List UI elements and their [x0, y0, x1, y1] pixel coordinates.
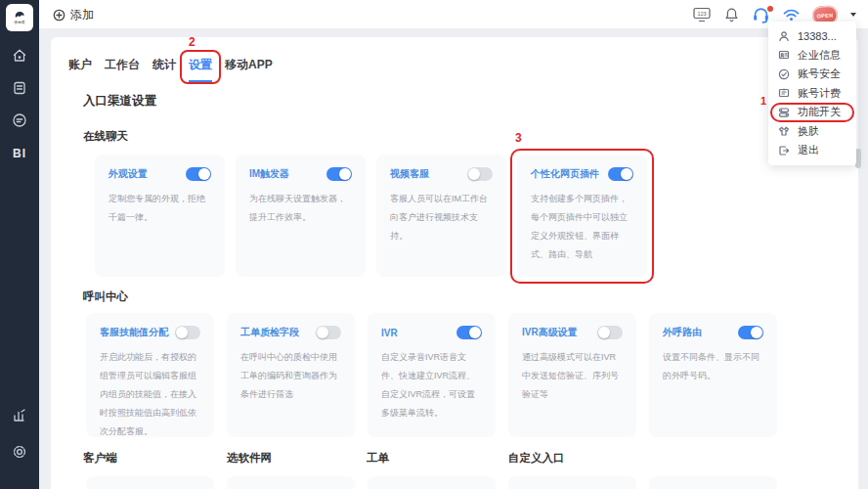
card-title: IVR高级设置 — [522, 326, 578, 339]
menu-item-企业信息[interactable]: 企业信息 — [768, 46, 856, 66]
nav-bi[interactable]: BI — [0, 147, 39, 160]
nav-statistics[interactable] — [0, 407, 39, 424]
menu-item-label: 账号计费 — [798, 86, 841, 101]
toggle-knob — [469, 327, 481, 338]
wifi-icon — [783, 9, 800, 22]
toggle-工单质检字段[interactable] — [316, 326, 341, 339]
toggle-knob — [176, 327, 188, 338]
tab-工作台[interactable]: 工作台 — [105, 53, 140, 82]
page-title: 入口渠道设置 — [83, 93, 156, 110]
card-description: 支持创建多个网页插件，每个网页插件中可以独立定义外观按钮、界面样式、路由、导航 — [531, 190, 633, 264]
tab-设置[interactable]: 设置2 — [189, 53, 212, 82]
toggle-客服技能值分配[interactable] — [175, 326, 200, 339]
feature-card-客服技能值分配: 客服技能值分配开启此功能后，有授权的组管理员可以编辑客服组内组员的技能值，在接入… — [86, 313, 214, 437]
menu-item-功能开关[interactable]: 功能开关1 — [768, 103, 856, 122]
card-description: 定制您专属的外观，拒绝千篇一律。 — [108, 190, 211, 227]
feature-card-视频客服: 视频客服客服人员可以在IM工作台向客户进行视频技术支持。 — [376, 155, 506, 277]
card-title: 个性化网页插件 — [531, 167, 599, 181]
nav-documents[interactable] — [0, 79, 39, 97]
card-title: 客服技能值分配 — [100, 326, 168, 339]
top-bar: 添加 123 — [39, 0, 868, 29]
toggle-IM触发器[interactable] — [326, 167, 352, 181]
menu-item-label: 账号安全 — [798, 67, 841, 81]
company-icon — [778, 49, 790, 61]
menu-item-13383...[interactable]: 13383... — [768, 26, 856, 46]
feature-card-IVR: IVR自定义录音IVR语音文件、快速建立IVR流程、自定义IVR流程，可设置多级… — [368, 313, 496, 437]
partial-card — [649, 476, 777, 489]
tab-统计[interactable]: 统计 — [152, 53, 176, 82]
section-title-call-center: 呼叫中心 — [83, 289, 128, 304]
nav-settings[interactable] — [0, 443, 39, 461]
partial-card — [368, 476, 496, 489]
caret-down-icon[interactable] — [850, 13, 856, 17]
tab-移动APP[interactable]: 移动APP — [225, 53, 273, 82]
card-description: 自定义录音IVR语音文件、快速建立IVR流程、自定义IVR流程，可设置多级菜单流… — [381, 348, 482, 422]
toggle-个性化网页插件[interactable] — [608, 167, 633, 181]
toggle-IVR高级设置[interactable] — [597, 326, 623, 339]
notifications-button[interactable] — [724, 7, 739, 22]
feature-switch-icon — [778, 107, 790, 118]
partial-card — [86, 476, 214, 489]
chat-icon — [11, 111, 28, 129]
bell-icon — [724, 7, 739, 22]
menu-item-换肤[interactable]: 换肤 — [768, 122, 856, 142]
support-button[interactable] — [752, 7, 770, 23]
card-title: 外呼路由 — [663, 326, 702, 339]
notification-dot — [767, 6, 773, 12]
account-badge-label: OPEN — [816, 11, 833, 18]
menu-item-label: 13383... — [798, 30, 837, 42]
card-description: 通过高级模式可以在IVR中发送短信验证、序列号验证等 — [522, 348, 623, 404]
add-button-label: 添加 — [70, 7, 94, 23]
user-icon — [778, 30, 790, 42]
card-description: 客服人员可以在IM工作台向客户进行视频技术支持。 — [390, 190, 493, 245]
dialpad-monitor-icon: 123 — [692, 7, 712, 22]
menu-item-label: 企业信息 — [798, 48, 841, 63]
network-button[interactable] — [783, 9, 800, 22]
add-button[interactable]: 添加 — [53, 0, 94, 29]
menu-item-label: 功能开关 — [798, 105, 841, 119]
card-title: 外观设置 — [108, 167, 148, 181]
security-icon — [778, 68, 790, 80]
toggle-knob — [751, 327, 762, 338]
section-title-online-chat: 在线聊天 — [83, 129, 128, 144]
nav-home[interactable] — [0, 47, 39, 65]
menu-item-退出[interactable]: 退出 — [768, 141, 856, 160]
toggle-外观设置[interactable] — [186, 167, 211, 181]
toggle-IVR[interactable] — [456, 326, 482, 339]
partial-card — [227, 476, 355, 489]
menu-item-账号安全[interactable]: 账号安全 — [768, 65, 856, 84]
menu-item-账号计费[interactable]: 账号计费 — [768, 84, 856, 104]
nav-chat[interactable] — [0, 111, 39, 129]
left-sidebar: 快商通 BI — [0, 0, 39, 489]
user-dropdown-menu: 13383...企业信息账号安全账号计费功能开关1换肤退出 — [768, 22, 856, 165]
app-logo[interactable]: 快商通 — [6, 4, 33, 31]
tab-账户[interactable]: 账户 — [68, 53, 92, 82]
toggle-knob — [339, 168, 351, 180]
settings-panel: 账户工作台统计设置2移动APP 入口渠道设置 在线聊天 外观设置定制您专属的外观… — [51, 37, 858, 489]
partial-card-row — [86, 476, 777, 489]
brand-label: 快商通 — [15, 21, 25, 24]
online-chat-card-row: 外观设置定制您专属的外观，拒绝千篇一律。IM触发器为在线聊天设置触发器，提升工作… — [95, 155, 647, 277]
annotation-label-2: 2 — [189, 35, 195, 49]
skin-icon — [778, 125, 790, 137]
section-title-选软件网: 选软件网 — [227, 451, 272, 466]
card-title: IVR — [381, 328, 398, 338]
document-icon — [11, 79, 28, 97]
menu-item-label: 换肤 — [798, 124, 819, 139]
feature-card-IVR高级设置: IVR高级设置通过高级模式可以在IVR中发送短信验证、序列号验证等 — [508, 313, 636, 437]
toggle-外呼路由[interactable] — [738, 326, 763, 339]
settings-tabs: 账户工作台统计设置2移动APP — [68, 53, 273, 82]
feature-card-外观设置: 外观设置定制您专属的外观，拒绝千篇一律。 — [95, 155, 225, 277]
card-title: IM触发器 — [249, 167, 289, 181]
toggle-视频客服[interactable] — [467, 167, 493, 181]
card-title: 视频客服 — [390, 167, 429, 181]
feature-card-外呼路由: 外呼路由设置不同条件、显示不同的外呼号码。 — [649, 313, 777, 437]
circle-plus-icon — [53, 9, 65, 22]
toggle-knob — [598, 327, 610, 338]
gear-icon — [11, 443, 28, 461]
annotation-label-1: 1 — [760, 95, 766, 107]
feature-card-工单质检字段: 工单质检字段在呼叫中心的质检中使用工单的编码和查询器作为条件进行筛选 — [227, 313, 355, 437]
dialpad-button[interactable]: 123 — [692, 7, 712, 22]
partial-card — [508, 476, 636, 489]
toggle-knob — [317, 327, 328, 338]
